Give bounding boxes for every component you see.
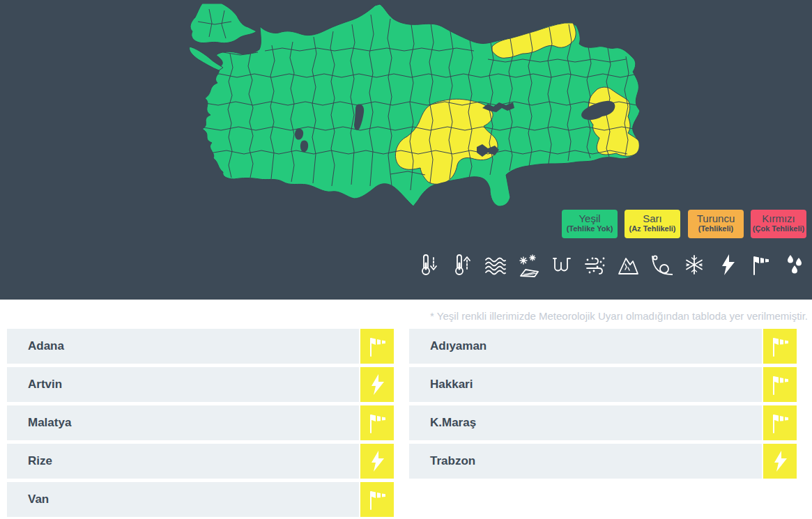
province-name: Van <box>7 482 359 517</box>
warning-column-right: Adıyaman Hakkari K.Maraş Trabzon <box>409 329 797 517</box>
rain-icon <box>781 251 807 279</box>
legend-green-sublabel: (Tehlike Yok) <box>562 224 618 233</box>
low-temperature-icon <box>415 251 442 279</box>
legend-orange-sublabel: (Tehlikeli) <box>688 224 744 233</box>
province-name: Rize <box>7 444 359 479</box>
legend-red-sublabel: (Çok Tehlikeli) <box>751 224 806 233</box>
province-name: Adıyaman <box>409 329 762 364</box>
legend-yellow-label: Sarı <box>625 210 680 224</box>
province-name: K.Maraş <box>409 405 762 440</box>
warning-row-artvin[interactable]: Artvin <box>7 367 394 402</box>
green-provinces-note: * Yeşil renkli illerimizde Meteorolojik … <box>0 300 812 323</box>
avalanche-icon <box>615 251 641 279</box>
hazard-icon-strip <box>415 251 807 279</box>
warning-row-malatya[interactable]: Malatya <box>7 405 394 440</box>
warning-row-rize[interactable]: Rize <box>7 444 394 479</box>
warning-row-adiyaman[interactable]: Adıyaman <box>409 329 797 364</box>
legend-green-label: Yeşil <box>562 210 618 224</box>
province-name: Hakkari <box>409 367 762 402</box>
snow-icon <box>681 251 707 279</box>
legend-yellow-sublabel: (Az Tehlikeli) <box>625 224 680 233</box>
legend-red: Kırmızı (Çok Tehlikeli) <box>751 210 806 238</box>
rockfall-icon <box>648 251 674 279</box>
legend-orange-label: Turuncu <box>688 210 744 224</box>
windsock-icon <box>360 329 394 364</box>
lightning-icon <box>763 444 797 479</box>
warning-row-hakkari[interactable]: Hakkari <box>409 367 797 402</box>
blowing-snow-icon <box>581 251 608 279</box>
turkey-warning-map[interactable] <box>181 3 641 207</box>
province-name: Malatya <box>7 405 359 440</box>
agricultural-frost-icon <box>549 251 575 279</box>
province-name: Artvin <box>7 367 359 402</box>
lightning-icon <box>360 444 394 479</box>
lightning-icon <box>360 367 394 402</box>
windsock-icon <box>360 482 394 517</box>
windsock-icon <box>763 329 797 364</box>
windsock-icon <box>763 367 797 402</box>
warning-row-adana[interactable]: Adana <box>7 329 394 364</box>
strong-wind-icon <box>747 251 774 279</box>
road-icing-icon <box>515 251 542 279</box>
warning-row-trabzon[interactable]: Trabzon <box>409 444 797 479</box>
warning-row-kmaras[interactable]: K.Maraş <box>409 405 797 440</box>
legend-yellow: Sarı (Az Tehlikeli) <box>625 210 680 238</box>
province-name: Adana <box>7 329 359 364</box>
legend-red-label: Kırmızı <box>751 210 806 224</box>
legend-orange: Turuncu (Tehlikeli) <box>688 210 744 238</box>
high-temperature-icon <box>449 251 475 279</box>
gallipoli-peninsula[interactable] <box>190 47 223 70</box>
province-name: Trabzon <box>409 444 762 479</box>
warning-row-van[interactable]: Van <box>7 482 394 517</box>
warning-column-left: Adana Artvin Malatya Rize Van <box>7 329 394 517</box>
high-waves-icon <box>482 251 508 279</box>
windsock-icon <box>360 405 394 440</box>
warning-tables: Adana Artvin Malatya Rize Van <box>0 329 812 517</box>
windsock-icon <box>763 405 797 440</box>
thunderstorm-icon <box>714 251 741 279</box>
map-header-panel: Yeşil (Tehlike Yok) Sarı (Az Tehlikeli) … <box>0 0 812 300</box>
legend-green: Yeşil (Tehlike Yok) <box>562 210 618 238</box>
turkey-map-svg[interactable] <box>181 3 641 207</box>
